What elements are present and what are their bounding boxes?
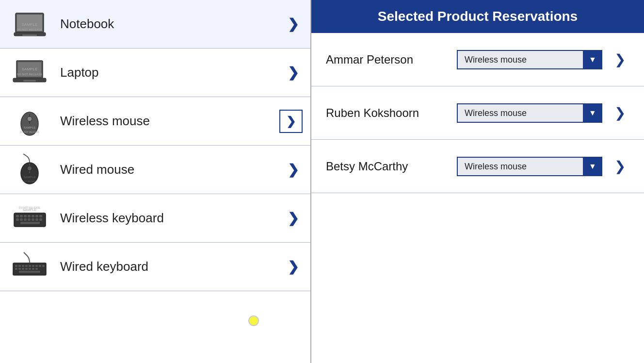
product-select-container-ruben: Wireless mouse Wired mouse Wireless keyb… [457, 103, 602, 123]
svg-rect-46 [32, 265, 34, 267]
svg-rect-33 [28, 218, 31, 221]
svg-rect-35 [35, 218, 38, 221]
product-select-container-ammar: Wireless mouse Wired mouse Wireless keyb… [457, 50, 602, 69]
svg-text:SAMPLE: SAMPLE [23, 126, 35, 129]
svg-rect-49 [42, 265, 45, 267]
product-item-notebook[interactable]: SAMPLE DO NOT RELEASE Notebook ❯ [0, 0, 310, 49]
wireless-keyboard-icon: SAMPLE DO NOT RELEASE [8, 200, 51, 236]
wired-keyboard-icon [8, 248, 51, 285]
product-select-wrapper-betsy: Wireless mouse Wired mouse Wireless keyb… [457, 157, 602, 176]
svg-rect-24 [20, 215, 23, 217]
wireless-mouse-label: Wireless mouse [60, 114, 279, 129]
panel-title: Selected Product Reservations [311, 0, 644, 33]
wired-keyboard-label: Wired keyboard [60, 259, 283, 274]
svg-point-19 [27, 166, 32, 171]
reservation-chevron-ammar[interactable]: ❯ [610, 50, 629, 69]
svg-text:DO NOT RELEASE: DO NOT RELEASE [20, 131, 39, 133]
product-item-wireless-keyboard[interactable]: SAMPLE DO NOT RELEASE Wireless keyboard … [0, 194, 310, 243]
product-list: SAMPLE DO NOT RELEASE Notebook ❯ SAMPLE … [0, 0, 311, 363]
svg-rect-30 [16, 218, 19, 221]
reservation-chevron-ruben[interactable]: ❯ [610, 103, 629, 123]
person-name-betsy: Betsy McCarthy [326, 160, 457, 173]
svg-rect-23 [16, 215, 19, 217]
wireless-keyboard-chevron[interactable]: ❯ [283, 209, 303, 228]
svg-rect-43 [22, 265, 24, 267]
svg-text:SAMPLE: SAMPLE [23, 176, 35, 179]
svg-text:NOT RELEASE: NOT RELEASE [23, 180, 36, 182]
svg-rect-29 [39, 215, 42, 217]
svg-rect-27 [32, 215, 34, 217]
svg-text:DO NOT RELEASE: DO NOT RELEASE [19, 206, 40, 209]
laptop-chevron[interactable]: ❯ [283, 63, 303, 82]
wireless-mouse-icon: SAMPLE DO NOT RELEASE [8, 103, 51, 139]
product-item-laptop[interactable]: SAMPLE DO NOT RELEASE Laptop ❯ [0, 49, 310, 97]
product-item-wireless-mouse[interactable]: SAMPLE DO NOT RELEASE Wireless mouse ❯ [0, 97, 310, 146]
person-name-ammar: Ammar Peterson [326, 53, 457, 66]
svg-rect-26 [28, 215, 31, 217]
svg-rect-25 [24, 215, 27, 217]
notebook-icon: SAMPLE DO NOT RELEASE [8, 6, 51, 42]
svg-rect-54 [29, 268, 31, 270]
svg-rect-34 [32, 218, 34, 221]
svg-rect-48 [39, 265, 41, 267]
wired-mouse-icon: SAMPLE NOT RELEASE [8, 151, 51, 188]
notebook-chevron[interactable]: ❯ [283, 15, 303, 34]
svg-rect-57 [19, 271, 40, 273]
product-item-wired-keyboard[interactable]: Wired keyboard ❯ [0, 243, 310, 291]
laptop-icon: SAMPLE DO NOT RELEASE [8, 54, 51, 91]
svg-rect-3 [22, 34, 37, 36]
wired-keyboard-chevron[interactable]: ❯ [283, 257, 303, 277]
svg-rect-52 [22, 268, 24, 270]
person-name-ruben: Ruben Kokshoorn [326, 106, 457, 120]
svg-rect-41 [15, 265, 17, 267]
svg-rect-36 [39, 218, 42, 221]
svg-rect-31 [20, 218, 23, 221]
product-item-wired-mouse[interactable]: SAMPLE NOT RELEASE Wired mouse ❯ [0, 146, 310, 194]
product-select-ammar[interactable]: Wireless mouse Wired mouse Wireless keyb… [457, 50, 602, 69]
svg-point-14 [27, 116, 32, 121]
product-select-container-betsy: Wireless mouse Wired mouse Wireless keyb… [457, 157, 602, 176]
reservation-row-betsy: Betsy McCarthy Wireless mouse Wired mous… [311, 140, 644, 193]
notebook-label: Notebook [60, 16, 283, 32]
svg-text:SAMPLE: SAMPLE [21, 67, 37, 71]
product-select-betsy[interactable]: Wireless mouse Wired mouse Wireless keyb… [457, 157, 602, 176]
svg-rect-51 [18, 268, 21, 270]
svg-rect-37 [20, 222, 40, 224]
svg-rect-44 [25, 265, 28, 267]
product-select-wrapper-ruben: Wireless mouse Wired mouse Wireless keyb… [457, 103, 602, 123]
svg-rect-53 [25, 268, 28, 270]
wired-mouse-label: Wired mouse [60, 162, 283, 177]
svg-rect-47 [35, 265, 38, 267]
svg-text:DO NOT RELEASE: DO NOT RELEASE [16, 73, 42, 76]
reservation-row-ruben: Ruben Kokshoorn Wireless mouse Wired mou… [311, 86, 644, 140]
svg-rect-56 [35, 268, 38, 270]
svg-rect-9 [23, 80, 36, 82]
wireless-mouse-chevron[interactable]: ❯ [279, 110, 303, 133]
laptop-label: Laptop [60, 65, 283, 80]
wired-mouse-chevron[interactable]: ❯ [283, 160, 303, 180]
product-select-ruben[interactable]: Wireless mouse Wired mouse Wireless keyb… [457, 103, 602, 123]
svg-rect-55 [32, 268, 34, 270]
svg-text:SAMPLE: SAMPLE [21, 22, 37, 27]
wireless-keyboard-label: Wireless keyboard [60, 211, 283, 226]
reservations-panel: Selected Product Reservations Ammar Pete… [311, 0, 644, 363]
product-select-wrapper-ammar: Wireless mouse Wired mouse Wireless keyb… [457, 50, 602, 69]
svg-rect-50 [15, 268, 17, 270]
svg-rect-45 [29, 265, 31, 267]
svg-rect-42 [18, 265, 21, 267]
svg-text:DO NOT RELEASE: DO NOT RELEASE [16, 28, 42, 31]
cursor [248, 315, 259, 326]
svg-rect-28 [35, 215, 38, 217]
reservation-row-ammar: Ammar Peterson Wireless mouse Wired mous… [311, 33, 644, 86]
reservation-chevron-betsy[interactable]: ❯ [610, 157, 629, 176]
svg-rect-32 [24, 218, 27, 221]
